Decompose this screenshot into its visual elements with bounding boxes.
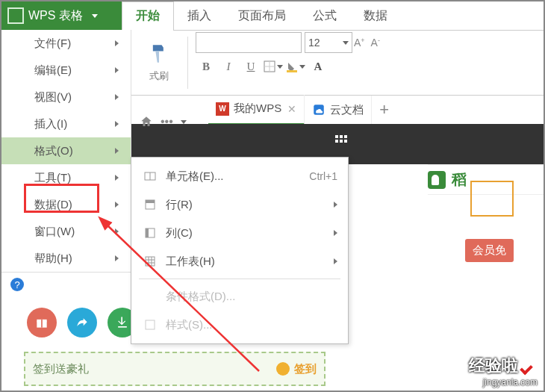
format-painter-button[interactable]: 式刷 [137,43,181,83]
signin-banner[interactable]: 签到送豪礼 签到 [24,352,326,386]
gift-button[interactable] [27,308,57,337]
action-circles [27,308,137,337]
column-icon [142,226,158,240]
menu-label: 插入(I) [34,117,67,131]
font-color-button[interactable]: A [308,56,328,77]
tab-formula[interactable]: 公式 [299,1,350,30]
fill-color-button[interactable] [285,56,306,77]
cell-icon [142,169,158,183]
brush-icon [149,43,169,69]
doc-tab-mywps[interactable]: W 我的WPS ✕ [208,95,305,125]
submenu-label: 单元格(E)... [166,169,309,184]
tab-layout[interactable]: 页面布局 [225,1,299,30]
bold-button[interactable]: B [196,56,217,77]
member-button[interactable]: 会员免 [465,239,514,262]
menu-label: 帮助(H) [34,252,72,266]
doc-tab-label: 云文档 [330,103,364,117]
template-placeholder[interactable] [470,181,514,217]
chevron-down-icon[interactable] [181,120,187,124]
svg-rect-16 [146,228,149,237]
submenu-col[interactable]: 列(C) [131,219,348,247]
submenu-label: 列(C) [166,226,334,240]
cloud-icon [312,103,326,116]
svg-rect-22 [146,320,155,329]
submenu-row[interactable]: 行(R) [131,190,348,219]
border-button[interactable] [263,56,284,77]
svg-rect-8 [335,140,338,143]
tab-start[interactable]: 开始 [122,1,174,31]
menu-file[interactable]: 文件(F) [1,30,131,57]
menu-window[interactable]: 窗口(W) [1,218,131,245]
grid-view-icon[interactable] [334,134,349,152]
menu-view[interactable]: 视图(V) [1,84,131,111]
menu-label: 文件(F) [34,37,71,51]
app-title-label: WPS 表格 [28,8,83,24]
svg-rect-5 [335,135,338,138]
window-frame: WPS 表格 开始 插入 页面布局 公式 数据 式刷 [0,0,545,392]
format-submenu: 单元格(E)... Ctrl+1 行(R) 列(C) 工作表(H) [131,157,349,344]
chevron-right-icon [115,202,119,208]
close-icon[interactable]: ✕ [287,103,296,115]
signin-label: 签到送豪礼 [33,362,89,376]
style-icon [142,318,158,332]
font-group: 12 A+ A- B I U A [188,31,386,95]
watermark-sub: jingyanla.com [469,377,538,388]
help-icon[interactable]: ? [10,278,24,291]
home-icon[interactable] [140,115,153,128]
font-name-dropdown[interactable] [196,32,302,53]
format-painter-label: 式刷 [149,69,169,83]
chevron-down-icon [343,41,349,45]
font-size-value: 12 [308,37,320,49]
more-icon[interactable]: ••• [161,115,173,128]
chevron-right-icon [115,67,119,73]
tab-data[interactable]: 数据 [350,1,401,30]
chevron-right-icon [115,40,119,46]
menu-label: 格式(O) [34,144,73,158]
chevron-right-icon [334,202,337,208]
increase-font-button[interactable]: A+ [354,37,365,49]
signin-btn-label: 签到 [294,362,317,376]
check-icon [521,358,538,374]
daoke-label: 稻 [452,169,467,190]
chevron-right-icon [115,94,119,100]
chevron-right-icon [115,228,119,234]
separator [139,279,340,279]
watermark-main: 经验啦 [469,355,518,377]
submenu-label: 行(R) [166,198,334,212]
decrease-font-button[interactable]: A- [371,37,380,49]
svg-rect-25 [41,320,43,328]
submenu-cell[interactable]: 单元格(E)... Ctrl+1 [131,162,348,190]
submenu-style: 样式(S)... [131,311,348,339]
app-title-button[interactable]: WPS 表格 [1,1,122,30]
menu-label: 工具(T) [34,171,71,185]
doc-tab-label: 我的WPS [234,102,281,116]
wps-w-icon: W [216,102,229,116]
underline-button[interactable]: U [240,56,261,77]
app-title-dropdown-icon [92,14,98,18]
submenu-shortcut: Ctrl+1 [309,170,337,182]
share-button[interactable] [67,308,97,337]
menu-format[interactable]: 格式(O) [1,137,131,164]
menu-insert[interactable]: 插入(I) [1,111,131,137]
watermark: 经验啦 jingyanla.com [469,355,538,388]
menu-data[interactable]: 数据(D) [1,191,131,218]
svg-rect-26 [118,326,127,328]
quick-access-bar: ••• [140,115,187,128]
menu-tools[interactable]: 工具(T) [1,164,131,191]
italic-button[interactable]: I [218,56,239,77]
svg-rect-14 [146,200,155,203]
main-menu: 文件(F) 编辑(E) 视图(V) 插入(I) 格式(O) 工具(T) 数据(D… [1,30,131,273]
submenu-sheet[interactable]: 工作表(H) [131,247,348,276]
new-tab-button[interactable]: + [372,100,396,119]
doc-tab-cloud[interactable]: 云文档 [305,96,372,124]
menu-edit[interactable]: 编辑(E) [1,57,131,84]
menu-label: 编辑(E) [34,63,72,78]
signin-button[interactable]: 签到 [276,362,317,376]
svg-rect-6 [340,135,343,138]
submenu-label: 样式(S)... [166,318,337,332]
submenu-label: 条件格式(D)... [166,290,337,304]
leaf-icon [428,171,446,189]
menu-help[interactable]: 帮助(H) [1,245,131,272]
tab-insert[interactable]: 插入 [174,1,225,30]
font-size-dropdown[interactable]: 12 [305,32,352,53]
